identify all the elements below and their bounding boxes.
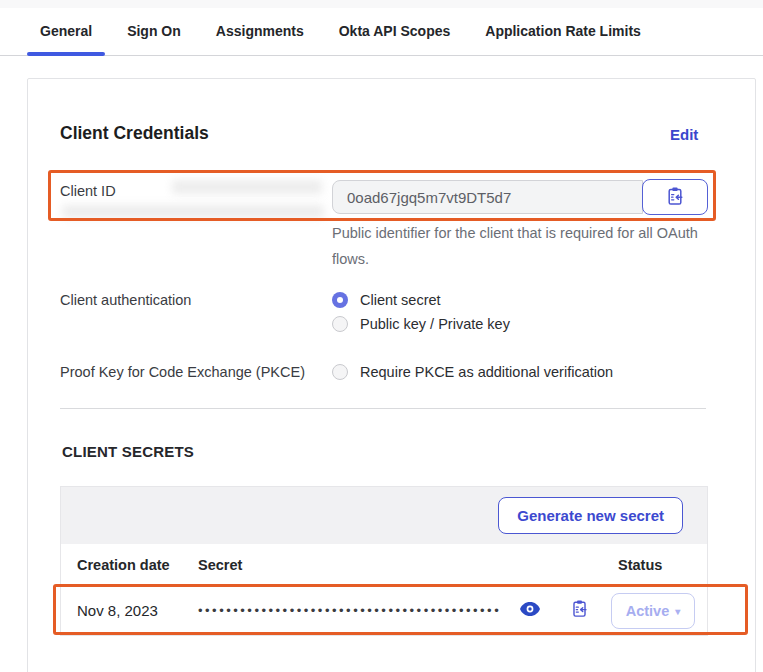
chevron-down-icon: ▾	[675, 606, 680, 617]
column-header-secret: Secret	[198, 557, 242, 573]
pkce-checkbox[interactable]	[332, 364, 348, 380]
client-secrets-panel: Generate new secret Creation date Secret…	[60, 486, 708, 636]
tab-sign-on[interactable]: Sign On	[114, 8, 194, 55]
secrets-table-header: Creation date Secret Status	[61, 544, 707, 586]
status-label: Active	[626, 603, 670, 619]
tab-general[interactable]: General	[27, 8, 105, 55]
copy-secret-button[interactable]	[567, 599, 591, 621]
radio-public-private-key-label[interactable]: Public key / Private key	[360, 316, 510, 332]
radio-client-secret-label[interactable]: Client secret	[360, 292, 441, 308]
client-secrets-title: CLIENT SECRETS	[62, 443, 194, 460]
tab-okta-api-scopes[interactable]: Okta API Scopes	[326, 8, 464, 55]
top-strip	[0, 0, 763, 8]
masked-secret-value: ••••••••••••••••••••••••••••••••••••••••…	[198, 603, 501, 618]
client-id-label: Client ID	[60, 183, 116, 199]
generate-new-secret-button[interactable]: Generate new secret	[498, 497, 683, 534]
edit-link[interactable]: Edit	[670, 126, 698, 143]
pkce-option-label[interactable]: Require PKCE as additional verification	[360, 364, 613, 380]
redaction-blur	[172, 180, 322, 194]
eye-icon	[520, 602, 540, 619]
app-tab-bar: General Sign On Assignments Okta API Sco…	[0, 8, 763, 56]
section-divider	[60, 408, 706, 409]
reveal-secret-button[interactable]	[519, 601, 541, 619]
pkce-label: Proof Key for Code Exchange (PKCE)	[60, 364, 305, 380]
column-header-status: Status	[618, 557, 662, 573]
client-credentials-title: Client Credentials	[60, 123, 209, 144]
clipboard-copy-icon	[570, 599, 589, 621]
secret-table-row: Nov 8, 2023 ••••••••••••••••••••••••••••…	[61, 586, 707, 635]
secret-creation-date: Nov 8, 2023	[77, 602, 158, 619]
client-id-help-text: Public identifier for the client that is…	[332, 221, 704, 272]
client-secrets-toolbar: Generate new secret	[61, 487, 707, 544]
redaction-blur	[62, 205, 324, 218]
client-authentication-label: Client authentication	[60, 292, 191, 308]
clipboard-copy-icon	[665, 186, 685, 209]
okta-app-settings-page: General Sign On Assignments Okta API Sco…	[0, 0, 763, 672]
secret-status-dropdown[interactable]: Active ▾	[611, 593, 695, 629]
client-id-input[interactable]	[332, 180, 643, 214]
column-header-creation-date: Creation date	[77, 557, 170, 573]
tab-assignments[interactable]: Assignments	[203, 8, 317, 55]
tab-application-rate-limits[interactable]: Application Rate Limits	[472, 8, 654, 55]
radio-client-secret[interactable]	[332, 292, 348, 308]
radio-public-private-key[interactable]	[332, 316, 348, 332]
client-id-copy-button[interactable]	[642, 179, 708, 215]
